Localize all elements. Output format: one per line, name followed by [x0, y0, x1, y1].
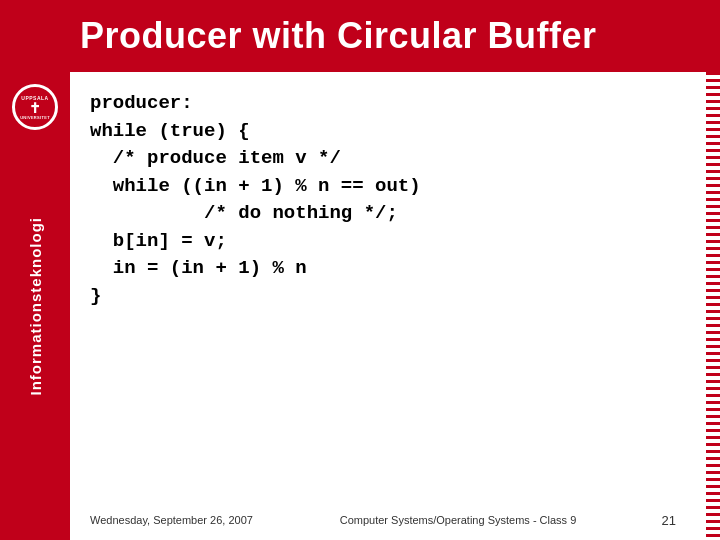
code-line-7: in = (in + 1) % n — [90, 255, 686, 283]
code-area: producer: while (true) { /* produce item… — [70, 72, 706, 540]
code-line-3: /* produce item v */ — [90, 145, 686, 173]
code-line-1: producer: — [90, 90, 686, 118]
sidebar: UPPSALA ✝ UNIVERSITET Informationsteknol… — [0, 72, 70, 540]
code-line-2: while (true) { — [90, 118, 686, 146]
code-block: producer: while (true) { /* produce item… — [90, 90, 686, 500]
logo-area: UPPSALA ✝ UNIVERSITET — [0, 72, 70, 142]
university-logo: UPPSALA ✝ UNIVERSITET — [12, 84, 58, 130]
code-line-4: while ((in + 1) % n == out) — [90, 173, 686, 201]
code-line-6: b[in] = v; — [90, 228, 686, 256]
logo-bottom-text: UNIVERSITET — [20, 115, 50, 120]
header-bar: Producer with Circular Buffer — [0, 0, 720, 72]
code-line-5: /* do nothing */; — [90, 200, 686, 228]
sidebar-label: Informationsteknologi — [27, 217, 44, 396]
slide-title: Producer with Circular Buffer — [80, 15, 597, 57]
footer: Wednesday, September 26, 2007 Computer S… — [90, 500, 686, 540]
logo-cross: ✝ — [29, 101, 41, 115]
footer-course: Computer Systems/Operating Systems - Cla… — [270, 514, 646, 526]
footer-date: Wednesday, September 26, 2007 — [90, 514, 270, 526]
main-content: UPPSALA ✝ UNIVERSITET Informationsteknol… — [0, 72, 720, 540]
dot-border — [706, 72, 720, 540]
footer-page: 21 — [646, 513, 686, 528]
code-line-8: } — [90, 283, 686, 311]
